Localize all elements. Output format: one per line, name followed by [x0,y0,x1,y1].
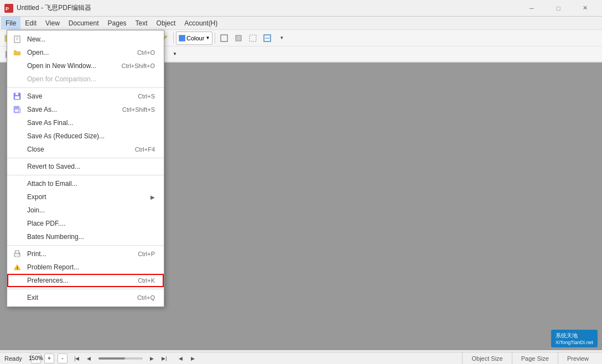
attach-email-label: Attach to Email... [27,180,77,188]
menu-item-pages[interactable]: Pages [103,17,131,29]
zoom-progress-bar[interactable] [98,357,143,360]
separator-5 [215,33,215,44]
zoom-in-btn[interactable]: + [44,353,54,363]
page-next-btn[interactable]: ▶ [147,353,157,363]
menu-save-as[interactable]: Save As... Ctrl+Shift+S [7,103,164,116]
menu-new[interactable]: New... [7,33,164,46]
menu-save[interactable]: Save Ctrl+S [7,90,164,103]
preview-section: Preview [558,352,598,365]
print-shortcut: Ctrl+P [138,251,155,257]
menu-export[interactable]: Export ▶ [7,190,164,204]
app-icon: P [4,4,13,13]
title-bar-left: P Untitled - 飞思PDF编辑器 [4,3,91,13]
preferences-label: Preferences... [27,277,69,284]
save-reduced-label: Save As (Reduced Size)... [27,132,105,140]
toolbar-btn-sq1[interactable] [217,32,231,45]
page-back-btn[interactable]: ◀ [176,353,186,363]
svg-text:P: P [6,6,9,12]
menu-revert[interactable]: Revert to Saved... [7,160,164,173]
bates-label: Bates Numbering... [27,233,84,241]
line-spacing-dropdown[interactable]: ▼ [168,48,181,60]
colour-button[interactable]: Colour ▼ [176,32,212,45]
preview-label: Preview [567,355,589,362]
menu-print[interactable]: Print... Ctrl+P [7,247,164,261]
menu-preferences[interactable]: Preferences... Ctrl+K [7,274,164,287]
page-prev-btn[interactable]: ◀ [84,353,94,363]
file-dropdown-menu: New... Open... Ctrl+O Open in New Window… [7,30,164,307]
menu-item-file[interactable]: File [1,17,20,29]
open-icon [13,48,22,57]
svg-rect-40 [15,251,19,253]
menu-item-document[interactable]: Document [64,17,103,29]
save-as-shortcut: Ctrl+Shift+S [122,106,155,113]
save-label: Save [27,92,42,100]
maximize-button[interactable]: □ [546,0,571,17]
menu-join[interactable]: Join... [7,204,164,217]
join-label: Join... [27,206,45,214]
print-label: Print... [27,250,46,258]
page-forward-btn[interactable]: ▶ [188,353,198,363]
watermark-line1: 系统天地 [556,332,593,340]
menu-item-account[interactable]: Account(H) [180,17,222,29]
svg-rect-10 [250,35,256,41]
colour-label: Colour [186,35,204,41]
menu-save-reduced[interactable]: Save As (Reduced Size)... [7,129,164,143]
menu-item-object[interactable]: Object [152,17,180,29]
page-last-btn[interactable]: ▶| [159,353,169,363]
toolbar-btn-sq4[interactable] [261,32,274,45]
svg-text:!: ! [17,266,18,271]
toolbar-btn-dropdown[interactable]: ▼ [275,32,288,45]
svg-rect-41 [15,255,19,257]
menu-save-as-final[interactable]: Save As Final... [7,116,164,129]
menu-bates[interactable]: Bates Numbering... [7,230,164,243]
warning-icon: ! [13,263,22,272]
minimize-button[interactable]: ─ [519,0,544,17]
colour-dropdown-icon[interactable]: ▼ [205,35,210,40]
save-final-label: Save As Final... [27,119,73,127]
menu-exit[interactable]: Exit Ctrl+Q [7,291,164,304]
menu-place-pdf[interactable]: Place PDF.... [7,217,164,230]
save-as-label: Save As... [27,106,57,113]
svg-rect-30 [14,36,20,43]
title-bar-controls[interactable]: ─ □ ✕ [519,0,598,17]
separator-after-close [7,158,164,158]
menu-item-view[interactable]: View [41,17,64,29]
menu-open[interactable]: Open... Ctrl+O [7,46,164,59]
place-pdf-label: Place PDF.... [27,220,65,227]
close-label: Close [27,145,44,153]
page-first-btn[interactable]: |◀ [72,353,82,363]
new-label: New... [27,35,45,43]
watermark-line2: XiTongTianDi.net [556,340,593,345]
menu-item-text[interactable]: Text [131,17,152,29]
toolbar-btn-sq2[interactable] [232,32,245,45]
problem-report-label: Problem Report... [27,263,79,271]
preferences-shortcut: Ctrl+K [138,277,155,284]
open-label: Open... [27,49,49,56]
save-shortcut: Ctrl+S [138,93,155,100]
separator-after-open [7,87,164,88]
export-arrow-icon: ▶ [150,194,155,200]
svg-rect-35 [15,96,19,99]
svg-point-42 [19,253,20,254]
separator-before-exit [7,289,164,289]
menu-open-comparison[interactable]: Open for Comparison... [7,72,164,86]
object-size-label: Object Size [471,355,502,362]
zoom-out-btn[interactable]: - [58,353,68,363]
menu-attach-email[interactable]: Attach to Email... [7,177,164,190]
status-section: Ready 150% + - |◀ ◀ ▶ ▶| ◀ ▶ [4,353,198,363]
toolbar-btn-sq3[interactable] [246,32,260,45]
menu-problem-report[interactable]: ! Problem Report... [7,261,164,274]
close-shortcut: Ctrl+F4 [135,146,155,153]
menu-close[interactable]: Close Ctrl+F4 [7,143,164,156]
zoom-progress-fill [98,357,125,360]
svg-rect-36 [15,93,18,95]
menu-open-new-window[interactable]: Open in New Window... Ctrl+Shift+O [7,59,164,72]
exit-shortcut: Ctrl+Q [137,294,155,301]
zoom-value: 150% [29,355,43,361]
revert-label: Revert to Saved... [27,163,80,170]
status-text: Ready [4,355,22,362]
close-button[interactable]: ✕ [572,0,598,17]
zoom-level-btn[interactable]: 150% [31,353,41,363]
save-icon [13,92,22,101]
menu-item-edit[interactable]: Edit [20,17,41,29]
